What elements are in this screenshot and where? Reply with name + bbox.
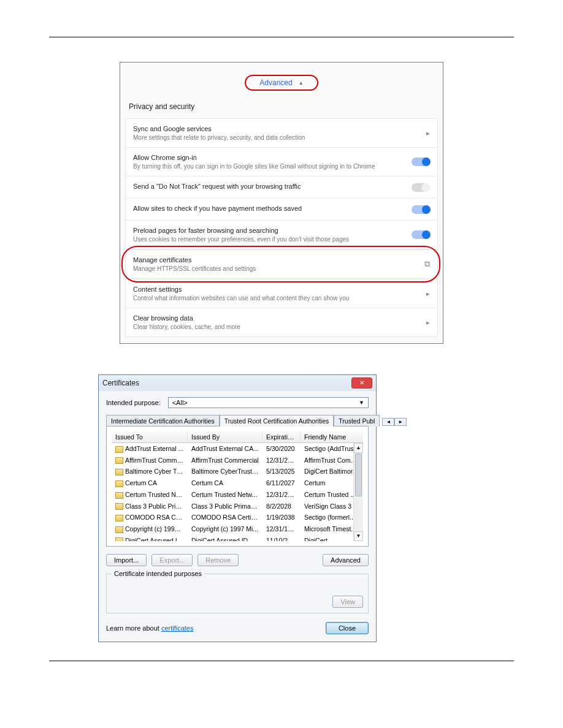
top-rule [49, 37, 514, 37]
bottom-rule [49, 661, 514, 661]
cell-expiration: 5/30/2020 [262, 443, 301, 455]
cell-issued-to: Certum CA [112, 477, 188, 489]
setting-label: Clear browsing data [133, 314, 420, 322]
certificate-icon [115, 515, 123, 521]
tab-scroll[interactable]: ◄► [382, 418, 407, 426]
cell-issued-by: Certum CA [188, 477, 262, 489]
setting-label: Send a "Do Not Track" request with your … [133, 183, 405, 190]
advanced-section: Advanced ▲ [120, 63, 443, 100]
list-header: Issued To Issued By Expiratio... Friendl… [112, 431, 363, 443]
setting-label: Manage certificates [133, 256, 418, 264]
scrollbar[interactable]: ▲ ▼ [353, 443, 363, 541]
tab-strip: Intermediate Certification Authorities T… [106, 414, 369, 426]
col-expiration[interactable]: Expiratio... [262, 431, 301, 442]
table-row[interactable]: AddTrust External ...AddTrust External C… [112, 443, 363, 455]
export-button[interactable]: Export... [151, 554, 193, 566]
intended-purpose-value: <All> [172, 399, 188, 406]
cert-list: Issued To Issued By Expiratio... Friendl… [106, 426, 369, 547]
scroll-down-icon[interactable]: ▼ [354, 531, 363, 541]
table-row[interactable]: DigiCert Assured ID...DigiCert Assured I… [112, 535, 363, 541]
certificate-icon [115, 480, 123, 487]
settings-list: Sync and Google servicesMore settings th… [120, 118, 443, 337]
setting-label: Preload pages for faster browsing and se… [133, 227, 405, 234]
certificates-dialog: Certificates ✕ Intended purpose: <All> ▼… [98, 374, 377, 642]
cell-issued-to: Certum Trusted Ne... [112, 489, 188, 501]
certificate-icon [115, 446, 123, 453]
advanced-button[interactable]: Advanced [323, 554, 369, 566]
cell-expiration: 1/19/2038 [262, 512, 301, 523]
certificate-icon [115, 457, 123, 464]
cell-expiration: 12/31/2029 [262, 489, 301, 501]
import-button[interactable]: Import... [106, 554, 147, 566]
table-row[interactable]: Baltimore Cyber Tru...Baltimore CyberTru… [112, 466, 363, 477]
tab-trusted-root[interactable]: Trusted Root Certification Authorities [220, 415, 334, 427]
setting-label: Allow Chrome sign-in [133, 154, 405, 161]
setting-row[interactable]: Manage certificatesManage HTTPS/SSL cert… [125, 249, 438, 279]
cell-issued-to: Class 3 Public Prima... [112, 501, 188, 512]
toggle-switch[interactable] [412, 205, 430, 214]
scroll-thumb[interactable] [355, 453, 362, 496]
certificates-link[interactable]: certificates [161, 624, 194, 632]
certificate-icon [115, 503, 123, 510]
setting-row[interactable]: Preload pages for faster browsing and se… [125, 221, 438, 249]
cell-issued-to: AddTrust External ... [112, 443, 188, 455]
col-issued-to[interactable]: Issued To [112, 431, 188, 442]
setting-desc: By turning this off, you can sign in to … [133, 163, 405, 170]
setting-desc: Manage HTTPS/SSL certificates and settin… [133, 265, 418, 272]
setting-desc: More settings that relate to privacy, se… [133, 134, 420, 141]
cell-expiration: 11/10/2031 [262, 535, 301, 541]
intended-purpose-label: Intended purpose: [106, 399, 161, 406]
setting-row[interactable]: Clear browsing dataClear history, cookie… [125, 308, 438, 337]
titlebar: Certificates ✕ [99, 375, 376, 391]
setting-row[interactable]: Send a "Do Not Track" request with your … [125, 176, 438, 199]
certificate-icon [115, 526, 123, 533]
section-title: Privacy and security [120, 100, 443, 118]
dialog-body: Intended purpose: <All> ▼ Intermediate C… [99, 391, 376, 642]
table-row[interactable]: Class 3 Public Prima...Class 3 Public Pr… [112, 501, 363, 512]
tab-trusted-publishers[interactable]: Trusted Publ [334, 415, 380, 427]
document-page: Advanced ▲ Privacy and security Sync and… [0, 0, 563, 698]
cell-expiration: 5/13/2025 [262, 466, 301, 477]
cell-issued-by: Certum Trusted Netw... [188, 489, 262, 501]
view-button[interactable]: View [332, 596, 363, 608]
setting-desc: Uses cookies to remember your preference… [133, 236, 405, 243]
setting-label: Content settings [133, 286, 420, 293]
advanced-label: Advanced [259, 78, 292, 87]
cell-expiration: 12/31/2030 [262, 455, 301, 466]
table-row[interactable]: Certum CACertum CA6/11/2027Certum [112, 477, 363, 489]
purposes-label: Certificate intended purposes [112, 570, 204, 577]
col-friendly-name[interactable]: Friendly Name [301, 431, 363, 442]
dialog-title: Certificates [102, 379, 139, 387]
table-row[interactable]: COMODO RSA Cert...COMODO RSA Certific...… [112, 512, 363, 523]
setting-row[interactable]: Allow Chrome sign-inBy turning this off,… [125, 148, 438, 176]
chrome-settings-panel: Advanced ▲ Privacy and security Sync and… [120, 62, 443, 344]
cell-issued-to: AffirmTrust Comme... [112, 455, 188, 466]
footer-row: Learn more about certificates Close [106, 622, 369, 634]
setting-row[interactable]: Allow sites to check if you have payment… [125, 199, 438, 221]
chevron-right-icon: ▸ [426, 290, 430, 298]
advanced-toggle[interactable]: Advanced ▲ [245, 75, 318, 91]
setting-row[interactable]: Content settingsControl what information… [125, 279, 438, 308]
setting-row[interactable]: Sync and Google servicesMore settings th… [125, 118, 438, 148]
close-button[interactable]: Close [326, 622, 369, 634]
cell-issued-by: COMODO RSA Certific... [188, 512, 262, 523]
cell-issued-by: Baltimore CyberTrust ... [188, 466, 262, 477]
toggle-switch[interactable] [412, 230, 430, 239]
table-row[interactable]: Copyright (c) 1997 ...Copyright (c) 1997… [112, 523, 363, 535]
intended-purpose-select[interactable]: <All> ▼ [168, 397, 369, 408]
list-body: AddTrust External ...AddTrust External C… [112, 443, 363, 541]
tab-intermediate[interactable]: Intermediate Certification Authorities [106, 415, 220, 427]
external-link-icon: ⧉ [424, 259, 430, 269]
remove-button[interactable]: Remove [197, 554, 239, 566]
cell-expiration: 6/11/2027 [262, 477, 301, 489]
table-row[interactable]: Certum Trusted Ne...Certum Trusted Netw.… [112, 489, 363, 501]
scroll-up-icon[interactable]: ▲ [354, 443, 363, 453]
certificate-icon [115, 469, 123, 476]
table-row[interactable]: AffirmTrust Comme...AffirmTrust Commerci… [112, 455, 363, 466]
col-issued-by[interactable]: Issued By [188, 431, 262, 442]
toggle-switch[interactable] [412, 157, 430, 166]
toggle-switch[interactable] [412, 183, 430, 192]
cell-issued-to: COMODO RSA Cert... [112, 512, 188, 523]
close-icon[interactable]: ✕ [351, 377, 372, 389]
caret-up-icon: ▲ [299, 80, 304, 86]
